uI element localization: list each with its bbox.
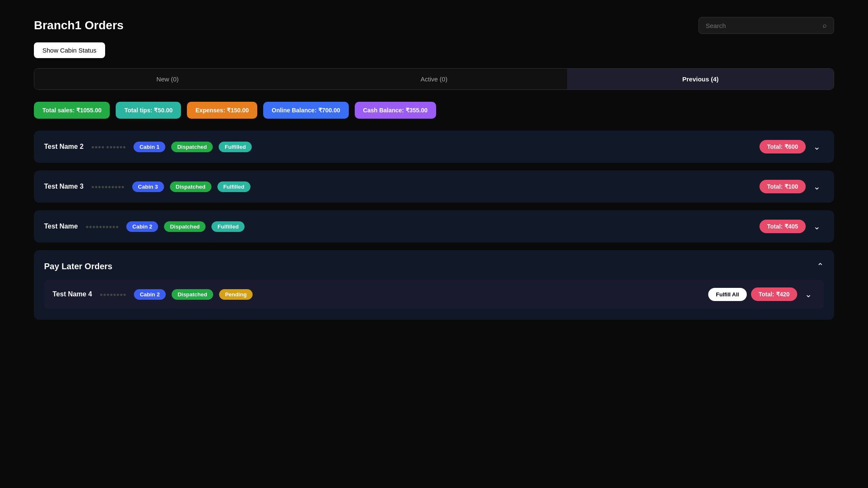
pay-later-order-right-1: Fulfill All Total: ₹420 ⌄ xyxy=(708,287,815,301)
search-icon: ⌕ xyxy=(823,22,827,29)
order-card-3: Test Name ●●●●●●●●●● Cabin 2 Dispatched … xyxy=(34,210,834,243)
order-fulfilled-tag-2: Fulfilled xyxy=(217,181,250,192)
order-id-2: ●●●●●●●●●● xyxy=(91,184,125,190)
pay-later-order-id-1: ●●●●●●●● xyxy=(100,291,126,298)
order-name-1: Test Name 2 xyxy=(44,143,83,151)
pay-later-collapse-icon[interactable]: ⌃ xyxy=(817,261,824,271)
pay-later-order-expand-button-1[interactable]: ⌄ xyxy=(801,287,815,301)
stat-total-sales: Total sales: ₹1055.00 xyxy=(34,102,110,119)
order-dispatched-tag-2: Dispatched xyxy=(170,181,211,192)
order-dispatched-tag-3: Dispatched xyxy=(164,221,206,232)
pay-later-section: Pay Later Orders ⌃ Test Name 4 ●●●●●●●● … xyxy=(34,250,834,320)
order-name-3: Test Name xyxy=(44,223,78,230)
order-id-3: ●●●●●●●●●● xyxy=(86,223,119,230)
pay-later-cabin-tag-1: Cabin 2 xyxy=(134,289,166,300)
order-dispatched-tag-1: Dispatched xyxy=(171,142,213,152)
pay-later-dispatched-tag-1: Dispatched xyxy=(172,289,213,300)
stat-online-balance: Online Balance: ₹700.00 xyxy=(263,102,349,119)
stat-total-tips: Total tips: ₹50.00 xyxy=(116,102,181,119)
page-title: Branch1 Orders xyxy=(34,19,124,32)
order-name-2: Test Name 3 xyxy=(44,183,83,190)
order-total-2: Total: ₹100 xyxy=(760,180,806,193)
order-fulfilled-tag-3: Fulfilled xyxy=(211,221,245,232)
tab-new[interactable]: New (0) xyxy=(34,69,301,89)
order-left-3: Test Name ●●●●●●●●●● Cabin 2 Dispatched … xyxy=(44,221,245,232)
pay-later-order-left-1: Test Name 4 ●●●●●●●● Cabin 2 Dispatched … xyxy=(53,289,253,300)
stat-cash-balance: Cash Balance: ₹355.00 xyxy=(355,102,436,119)
order-left-1: Test Name 2 ●●●● ●●●●●● Cabin 1 Dispatch… xyxy=(44,142,252,152)
search-container: ⌕ xyxy=(698,17,834,34)
stats-row: Total sales: ₹1055.00 Total tips: ₹50.00… xyxy=(34,102,834,119)
pay-later-header: Pay Later Orders ⌃ xyxy=(44,261,824,271)
header: Branch1 Orders ⌕ xyxy=(34,17,834,34)
order-cabin-tag-1: Cabin 1 xyxy=(134,142,165,152)
order-cabin-tag-3: Cabin 2 xyxy=(126,221,158,232)
order-expand-button-2[interactable]: ⌄ xyxy=(810,180,824,193)
order-expand-button-3[interactable]: ⌄ xyxy=(810,220,824,233)
order-fulfilled-tag-1: Fulfilled xyxy=(219,142,252,152)
order-card-2: Test Name 3 ●●●●●●●●●● Cabin 3 Dispatche… xyxy=(34,170,834,203)
pay-later-pending-tag-1: Pending xyxy=(219,289,253,300)
fulfill-all-button[interactable]: Fulfill All xyxy=(708,288,746,301)
tab-active[interactable]: Active (0) xyxy=(301,69,568,89)
pay-later-order-name-1: Test Name 4 xyxy=(53,290,92,298)
order-total-3: Total: ₹405 xyxy=(760,220,806,233)
order-right-1: Total: ₹600 ⌄ xyxy=(760,140,824,153)
stat-expenses: Expenses: ₹150.00 xyxy=(187,102,257,119)
search-input[interactable] xyxy=(706,22,818,29)
order-card-1: Test Name 2 ●●●● ●●●●●● Cabin 1 Dispatch… xyxy=(34,131,834,163)
tabs-container: New (0) Active (0) Previous (4) xyxy=(34,68,834,90)
order-total-1: Total: ₹600 xyxy=(760,140,806,153)
order-right-3: Total: ₹405 ⌄ xyxy=(760,220,824,233)
pay-later-order-total-1: Total: ₹420 xyxy=(751,287,797,301)
show-cabin-status-button[interactable]: Show Cabin Status xyxy=(34,42,105,58)
order-expand-button-1[interactable]: ⌄ xyxy=(810,140,824,153)
tab-previous[interactable]: Previous (4) xyxy=(567,69,834,89)
order-id-1: ●●●● ●●●●●● xyxy=(91,144,126,150)
pay-later-title: Pay Later Orders xyxy=(44,262,112,271)
order-cabin-tag-2: Cabin 3 xyxy=(132,181,164,192)
order-right-2: Total: ₹100 ⌄ xyxy=(760,180,824,193)
order-left-2: Test Name 3 ●●●●●●●●●● Cabin 3 Dispatche… xyxy=(44,181,250,192)
pay-later-order-1: Test Name 4 ●●●●●●●● Cabin 2 Dispatched … xyxy=(44,280,824,309)
